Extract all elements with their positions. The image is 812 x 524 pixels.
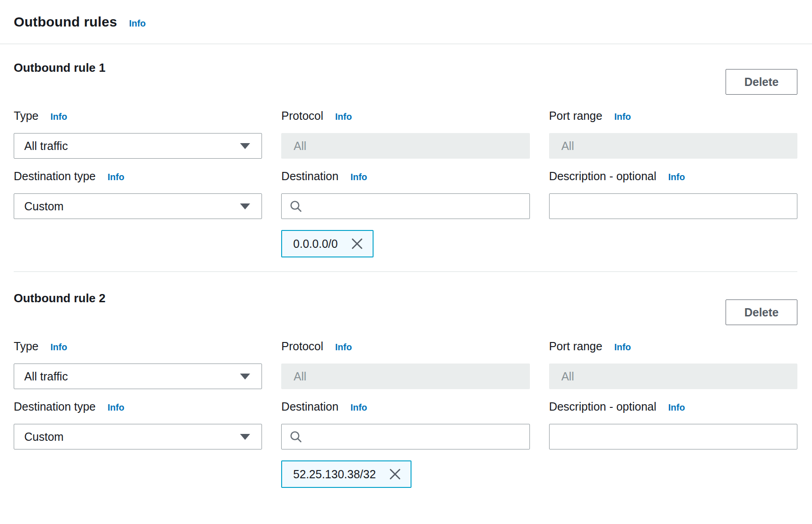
destination-search-input[interactable]: [309, 424, 522, 449]
chevron-down-icon: [240, 373, 251, 380]
rule-2-fields-grid: Type Info Protocol Info Port range Info …: [14, 340, 797, 488]
outbound-rule-1-section: Outbound rule 1 Delete Type Info Protoco…: [14, 60, 797, 257]
rule-1-description-label: Description - optional Info: [549, 170, 797, 182]
destination-search-input[interactable]: [309, 194, 522, 219]
protocol-label-text: Protocol: [281, 340, 323, 353]
destination-type-select-value: Custom: [24, 430, 64, 444]
rule-1-description-field[interactable]: [549, 193, 797, 219]
panel-title-row: Outbound rules Info: [14, 14, 146, 30]
rule-divider: [14, 271, 797, 272]
search-icon: [289, 199, 303, 213]
outbound-rules-content: Outbound rule 1 Delete Type Info Protoco…: [0, 60, 812, 488]
destination-type-label-text: Destination type: [14, 170, 96, 182]
rule-2-description-label: Description - optional Info: [549, 400, 797, 413]
description-info-link[interactable]: Info: [668, 171, 685, 183]
rule-1-protocol-field: All: [281, 133, 529, 159]
destination-label-text: Destination: [281, 400, 338, 413]
destination-type-info-link[interactable]: Info: [107, 171, 124, 183]
rule-2-destination-tokens: 52.25.130.38/32: [281, 460, 529, 488]
outbound-rules-info-link[interactable]: Info: [129, 18, 146, 29]
protocol-info-link[interactable]: Info: [335, 341, 352, 353]
chevron-down-icon: [240, 433, 251, 440]
rule-2-type-select[interactable]: All traffic: [14, 364, 262, 389]
port-range-field-value: All: [561, 139, 574, 153]
destination-info-link[interactable]: Info: [350, 171, 367, 183]
remove-destination-button[interactable]: [351, 237, 363, 250]
rule-2-heading: Outbound rule 2: [14, 290, 106, 305]
rule-2-port-range-field: All: [549, 364, 797, 389]
rule-2-protocol-label: Protocol Info: [281, 340, 529, 353]
rule-2-description-field[interactable]: [549, 424, 797, 449]
rule-1-destination-type-select[interactable]: Custom: [14, 193, 262, 219]
destination-token: 52.25.130.38/32: [281, 460, 411, 488]
outbound-rule-2-section: Outbound rule 2 Delete Type Info Protoco…: [14, 290, 797, 488]
rule-1-delete-button[interactable]: Delete: [726, 69, 797, 95]
protocol-info-link[interactable]: Info: [335, 110, 352, 123]
rule-2-destination-type-label: Destination type Info: [14, 400, 262, 413]
port-range-info-link[interactable]: Info: [614, 110, 631, 123]
type-info-link[interactable]: Info: [50, 341, 67, 353]
destination-info-link[interactable]: Info: [350, 401, 367, 414]
rule-1-fields-grid: Type Info Protocol Info Port range Info …: [14, 109, 797, 257]
destination-type-select-value: Custom: [24, 200, 64, 213]
rule-2-port-range-label: Port range Info: [549, 340, 797, 353]
rule-2-destination-search[interactable]: [281, 424, 529, 449]
protocol-field-value: All: [294, 370, 306, 383]
type-label-text: Type: [14, 340, 38, 353]
rule-1-protocol-label: Protocol Info: [281, 109, 529, 122]
rule-2-protocol-field: All: [281, 364, 529, 389]
destination-token-value: 52.25.130.38/32: [293, 468, 376, 481]
destination-type-label-text: Destination type: [14, 400, 96, 413]
outbound-rules-header: Outbound rules Info: [0, 0, 812, 44]
chevron-down-icon: [240, 143, 251, 150]
page-title: Outbound rules: [14, 14, 117, 30]
type-select-value: All traffic: [24, 139, 68, 153]
rule-2-destination-label: Destination Info: [281, 400, 529, 413]
description-label-text: Description - optional: [549, 400, 657, 413]
rule-1-type-select[interactable]: All traffic: [14, 133, 262, 159]
destination-type-info-link[interactable]: Info: [107, 401, 124, 414]
rule-1-destination-label: Destination Info: [281, 170, 529, 182]
type-select-value: All traffic: [24, 370, 68, 383]
rule-2-type-label: Type Info: [14, 340, 262, 353]
protocol-label-text: Protocol: [281, 109, 323, 122]
rule-1-port-range-label: Port range Info: [549, 109, 797, 122]
port-range-info-link[interactable]: Info: [614, 341, 631, 353]
rule-2-destination-type-select[interactable]: Custom: [14, 424, 262, 449]
port-range-label-text: Port range: [549, 109, 603, 122]
remove-destination-button[interactable]: [389, 468, 401, 481]
rule-1-heading: Outbound rule 1: [14, 60, 106, 75]
port-range-label-text: Port range: [549, 340, 603, 353]
rule-1-type-label: Type Info: [14, 109, 262, 122]
description-input[interactable]: [559, 194, 788, 219]
rule-1-destination-search[interactable]: [281, 193, 529, 219]
type-info-link[interactable]: Info: [50, 110, 67, 123]
description-info-link[interactable]: Info: [668, 401, 685, 414]
rule-1-heading-row: Outbound rule 1 Delete: [14, 60, 797, 95]
description-label-text: Description - optional: [549, 170, 657, 182]
rule-1-destination-tokens: 0.0.0.0/0: [281, 230, 529, 257]
type-label-text: Type: [14, 109, 38, 122]
rule-2-delete-button[interactable]: Delete: [726, 299, 797, 325]
description-input[interactable]: [559, 424, 788, 449]
destination-token: 0.0.0.0/0: [281, 230, 373, 257]
close-icon: [351, 237, 363, 250]
chevron-down-icon: [240, 203, 251, 210]
search-icon: [289, 430, 303, 444]
destination-token-value: 0.0.0.0/0: [293, 237, 337, 251]
close-icon: [389, 468, 401, 481]
rule-1-port-range-field: All: [549, 133, 797, 159]
destination-label-text: Destination: [281, 170, 338, 182]
protocol-field-value: All: [294, 139, 306, 153]
port-range-field-value: All: [561, 370, 574, 383]
rule-2-heading-row: Outbound rule 2 Delete: [14, 290, 797, 325]
rule-1-destination-type-label: Destination type Info: [14, 170, 262, 182]
